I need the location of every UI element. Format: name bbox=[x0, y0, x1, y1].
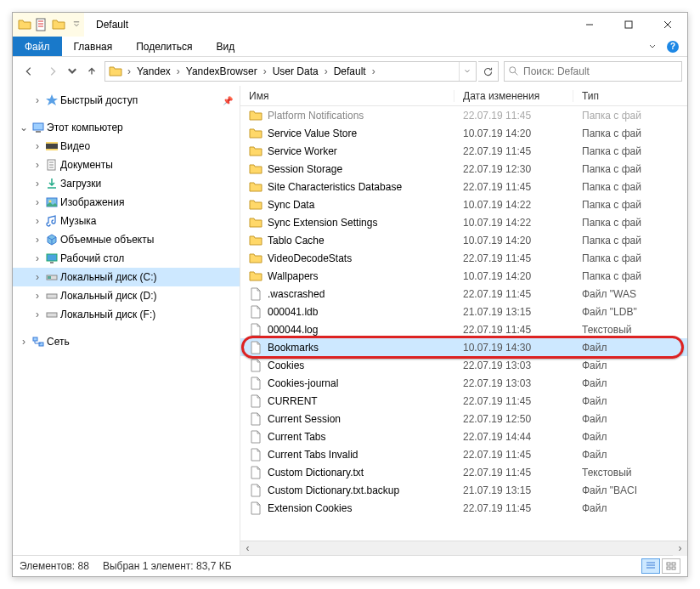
svg-rect-7 bbox=[46, 149, 58, 150]
ribbon-expand-chevron[interactable] bbox=[643, 37, 662, 56]
file-row[interactable]: Cookies22.07.19 13:03Файл bbox=[240, 356, 687, 374]
tree-music[interactable]: ›Музыка bbox=[13, 212, 240, 230]
breadcrumb-segment[interactable]: User Data bbox=[270, 62, 321, 81]
chevron-right-icon[interactable]: › bbox=[369, 65, 379, 77]
file-type: Файл bbox=[582, 342, 607, 354]
column-date[interactable]: Дата изменения bbox=[454, 90, 573, 102]
file-row[interactable]: Tablo Cache10.07.19 14:20Папка с фай bbox=[240, 231, 687, 249]
properties-icon[interactable] bbox=[35, 18, 48, 31]
chevron-right-icon[interactable]: › bbox=[321, 65, 331, 77]
column-name[interactable]: Имя bbox=[240, 90, 454, 102]
file-row[interactable]: Session Storage22.07.19 12:30Папка с фай bbox=[240, 160, 687, 178]
file-row[interactable]: Current Tabs22.07.19 14:44Файл bbox=[240, 428, 687, 445]
tree-3d-objects[interactable]: ›Объемные объекты bbox=[13, 230, 240, 249]
folder-icon bbox=[18, 18, 31, 31]
svg-rect-16 bbox=[47, 313, 57, 317]
file-row[interactable]: Custom Dictionary.txt.backup21.07.19 13:… bbox=[240, 481, 687, 499]
chevron-right-icon[interactable]: › bbox=[173, 65, 183, 77]
folder-icon bbox=[249, 162, 262, 176]
file-row[interactable]: Service Worker22.07.19 11:45Папка с фай bbox=[240, 142, 687, 160]
tab-view[interactable]: Вид bbox=[204, 37, 246, 56]
breadcrumb-segment[interactable]: YandexBrowser bbox=[183, 62, 260, 81]
tab-share[interactable]: Поделиться bbox=[124, 37, 204, 56]
scroll-right-arrow[interactable]: › bbox=[673, 541, 687, 556]
minimize-button[interactable] bbox=[570, 13, 609, 37]
address-dropdown[interactable] bbox=[459, 62, 474, 81]
search-input[interactable]: Поиск: Default bbox=[504, 61, 682, 82]
folder-icon bbox=[249, 144, 262, 158]
chevron-right-icon[interactable]: › bbox=[31, 309, 43, 320]
breadcrumb-segment[interactable]: Yandex bbox=[134, 62, 173, 81]
maximize-button[interactable] bbox=[609, 13, 648, 37]
file-row[interactable]: CURRENT22.07.19 11:45Файл bbox=[240, 392, 687, 410]
file-name: Current Session bbox=[268, 413, 463, 425]
file-row[interactable]: 000041.ldb21.07.19 13:15Файл "LDB" bbox=[240, 303, 687, 320]
chevron-right-icon[interactable]: › bbox=[31, 252, 43, 264]
file-row[interactable]: Custom Dictionary.txt22.07.19 11:45Текст… bbox=[240, 463, 687, 481]
chevron-right-icon[interactable]: › bbox=[31, 178, 43, 190]
file-row[interactable]: Current Session22.07.19 12:50Файл bbox=[240, 410, 687, 428]
file-date: 22.07.19 11:45 bbox=[463, 324, 582, 336]
tree-videos[interactable]: ›Видео bbox=[13, 137, 240, 156]
tab-file[interactable]: Файл bbox=[13, 37, 62, 56]
chevron-right-icon[interactable]: › bbox=[31, 290, 43, 302]
tree-downloads[interactable]: ›Загрузки bbox=[13, 174, 240, 193]
file-row[interactable]: Sync Data10.07.19 14:22Папка с фай bbox=[240, 195, 687, 213]
horizontal-scrollbar[interactable]: ‹ › bbox=[240, 541, 687, 555]
view-icons-button[interactable] bbox=[662, 558, 680, 574]
history-dropdown[interactable] bbox=[65, 60, 79, 82]
search-placeholder: Поиск: Default bbox=[523, 65, 590, 77]
file-row[interactable]: Current Tabs Invalid22.07.19 11:45Файл bbox=[240, 445, 687, 463]
close-button[interactable] bbox=[648, 13, 687, 37]
chevron-right-icon[interactable]: › bbox=[31, 196, 43, 208]
tree-desktop[interactable]: ›Рабочий стол bbox=[13, 249, 240, 268]
scroll-left-arrow[interactable]: ‹ bbox=[240, 541, 255, 556]
tree-drive-d[interactable]: ›Локальный диск (D:) bbox=[13, 286, 240, 305]
file-row[interactable]: VideoDecodeStats22.07.19 11:45Папка с фа… bbox=[240, 249, 687, 267]
file-row[interactable]: Extension Cookies22.07.19 11:45Файл bbox=[240, 499, 687, 517]
chevron-right-icon[interactable]: › bbox=[31, 271, 43, 283]
file-row[interactable]: .wascrashed22.07.19 11:45Файл "WAS bbox=[240, 285, 687, 303]
chevron-right-icon[interactable]: › bbox=[31, 94, 43, 106]
tree-pictures[interactable]: ›Изображения bbox=[13, 193, 240, 212]
forward-button[interactable] bbox=[42, 60, 64, 82]
qat-dropdown[interactable] bbox=[69, 13, 84, 37]
file-row[interactable]: Service Value Store10.07.19 14:20Папка с… bbox=[240, 124, 687, 142]
open-folder-icon[interactable] bbox=[52, 18, 65, 31]
file-row[interactable]: Cookies-journal22.07.19 13:03Файл bbox=[240, 374, 687, 392]
refresh-button[interactable] bbox=[478, 61, 499, 82]
breadcrumb-segment[interactable]: Default bbox=[331, 62, 369, 81]
help-icon[interactable]: ? bbox=[663, 37, 682, 56]
up-button[interactable] bbox=[81, 60, 103, 82]
file-row[interactable]: Bookmarks10.07.19 14:30Файл bbox=[240, 338, 687, 356]
tree-drive-c[interactable]: ›Локальный диск (C:) bbox=[13, 268, 240, 286]
view-details-button[interactable] bbox=[641, 558, 660, 574]
chevron-right-icon[interactable]: › bbox=[31, 215, 43, 227]
navigation-tree[interactable]: › Быстрый доступ 📌 ⌄ Этот компьютер ›Вид… bbox=[13, 86, 240, 555]
tree-this-pc[interactable]: ⌄ Этот компьютер bbox=[13, 118, 240, 137]
file-icon bbox=[249, 412, 262, 426]
address-bar[interactable]: › Yandex › YandexBrowser › User Data › D… bbox=[104, 61, 477, 82]
chevron-right-icon[interactable]: › bbox=[31, 234, 43, 246]
chevron-right-icon[interactable]: › bbox=[18, 336, 30, 348]
file-row[interactable]: Sync Extension Settings10.07.19 14:22Пап… bbox=[240, 213, 687, 231]
file-row[interactable]: 000044.log22.07.19 11:45Текстовый bbox=[240, 320, 687, 338]
column-type[interactable]: Тип bbox=[573, 90, 687, 102]
file-rows[interactable]: Platform Notifications22.07.19 11:45Папк… bbox=[240, 106, 687, 541]
tree-drive-f[interactable]: ›Локальный диск (F:) bbox=[13, 305, 240, 324]
chevron-right-icon[interactable]: › bbox=[124, 65, 134, 77]
tree-network[interactable]: ›Сеть bbox=[13, 332, 240, 351]
chevron-right-icon[interactable]: › bbox=[260, 65, 270, 77]
file-row[interactable]: Platform Notifications22.07.19 11:45Папк… bbox=[240, 106, 687, 124]
file-row[interactable]: Site Characteristics Database22.07.19 11… bbox=[240, 178, 687, 195]
tree-label: Локальный диск (F:) bbox=[60, 309, 155, 320]
tree-quick-access[interactable]: › Быстрый доступ 📌 bbox=[13, 91, 240, 110]
chevron-right-icon[interactable]: › bbox=[31, 140, 43, 152]
chevron-down-icon[interactable]: ⌄ bbox=[18, 122, 30, 133]
back-button[interactable] bbox=[18, 60, 40, 82]
file-row[interactable]: Wallpapers10.07.19 14:20Папка с фай bbox=[240, 267, 687, 285]
folder-icon bbox=[249, 216, 262, 229]
tab-home[interactable]: Главная bbox=[62, 37, 125, 56]
tree-documents[interactable]: ›Документы bbox=[13, 156, 240, 174]
chevron-right-icon[interactable]: › bbox=[31, 159, 43, 171]
